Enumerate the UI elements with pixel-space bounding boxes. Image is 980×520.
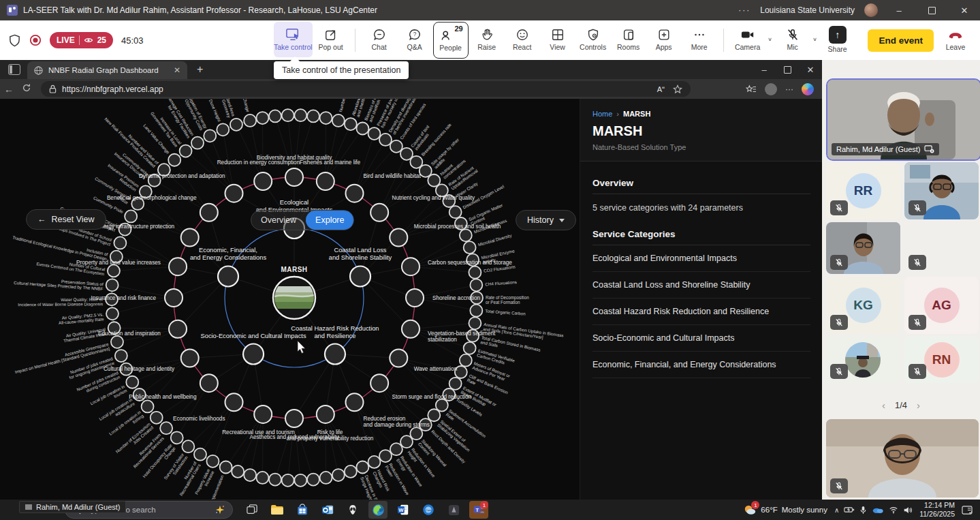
restore-button[interactable]	[920, 0, 943, 20]
back-icon[interactable]: ←	[0, 84, 18, 95]
close-button[interactable]: ✕	[953, 0, 976, 20]
history-button[interactable]: History	[516, 210, 576, 230]
participant-tile[interactable]	[904, 222, 979, 274]
taskbar-app-edge[interactable]	[368, 501, 388, 519]
avatar: RN	[924, 342, 960, 378]
mic-button[interactable]: Mic	[776, 22, 810, 57]
breadcrumb-home[interactable]: Home	[592, 110, 612, 118]
profile-avatar-icon[interactable]	[765, 83, 777, 95]
participant-tile-ag[interactable]: AG	[904, 277, 979, 334]
speaker-video-tile[interactable]: Rahim, Md Adilur (Guest)	[826, 78, 980, 161]
taskbar-app-cam-app[interactable]: Cam	[419, 501, 438, 519]
taskbar-app-alienware[interactable]	[343, 501, 362, 519]
view-button[interactable]: View	[541, 22, 575, 57]
qa-button[interactable]: ? Q&A	[398, 22, 432, 57]
new-tab-button[interactable]: +	[197, 63, 203, 76]
rooms-button[interactable]: Rooms	[612, 22, 646, 57]
speaker-icon[interactable]	[903, 506, 913, 515]
overview-heading: Overview	[592, 171, 810, 194]
taskbar-app-word[interactable]: W	[394, 501, 413, 519]
tray-mic-icon[interactable]	[859, 506, 867, 515]
vertical-tabs-icon[interactable]	[8, 64, 20, 75]
read-aloud-icon[interactable]: Aʺ	[657, 85, 665, 93]
pop-out-button[interactable]: Pop out	[314, 22, 348, 57]
browser-more-icon[interactable]: ···	[785, 85, 793, 94]
browser-tab[interactable]: NNBF Radial Graph Dashboard ✕	[27, 61, 187, 79]
reset-view-button[interactable]: ← Reset View	[26, 209, 106, 230]
mic-chevron[interactable]: ∨	[810, 22, 821, 57]
share-button[interactable]: ↑ Share	[821, 22, 855, 57]
service-categories-heading: Service Categories	[592, 222, 810, 245]
taskbar-app-outlook[interactable]	[318, 501, 337, 519]
service-category-row[interactable]: Economic, Financial, and Energy Consider…	[592, 352, 810, 378]
camera-button[interactable]: Camera	[731, 22, 765, 57]
pager-next-icon[interactable]: ›	[917, 399, 920, 411]
svg-text:Total Organic Carbon: Total Organic Carbon	[485, 309, 526, 317]
participant-tile-rr[interactable]: RR	[826, 162, 900, 219]
chat-button[interactable]: Chat	[362, 22, 396, 57]
chevron-down-icon	[559, 219, 565, 222]
panel-subtitle: Nature-Based Solution Type	[592, 143, 810, 151]
svg-text:Shoreline accretion: Shoreline accretion	[432, 295, 481, 301]
participant-tile[interactable]	[826, 337, 900, 383]
taskbar-weather[interactable]: 1 66°F Mostly sunny	[743, 503, 827, 517]
service-category-row[interactable]: Coastal Hazard Risk Reduction and Resili…	[592, 299, 810, 325]
browser-close-button[interactable]: ✕	[799, 60, 822, 79]
apps-button[interactable]: Apps	[647, 22, 681, 57]
pager-prev-icon[interactable]: ‹	[882, 399, 885, 411]
end-event-button[interactable]: End event	[868, 29, 934, 52]
participant-tile[interactable]	[904, 162, 979, 219]
wifi-icon[interactable]	[889, 506, 898, 514]
service-category-row[interactable]: Coastal Land Loss and Shoreline Stabilit…	[592, 272, 810, 299]
copilot-icon[interactable]	[802, 83, 814, 95]
mic-muted-badge	[908, 315, 926, 330]
favorite-star-icon[interactable]	[673, 85, 682, 94]
viewers-eye-icon	[84, 35, 93, 45]
controls-button[interactable]: Controls	[576, 22, 610, 57]
participant-video-tile[interactable]	[826, 419, 979, 498]
participant-tile-rn[interactable]: RN	[904, 337, 979, 383]
participant-tile-kg[interactable]: KG	[826, 277, 900, 334]
people-button[interactable]: 29 People	[433, 22, 469, 59]
browser-minimize-button[interactable]: –	[753, 60, 776, 79]
leave-button[interactable]: Leave	[941, 29, 970, 51]
participant-tile[interactable]	[826, 222, 900, 274]
raise-button[interactable]: Raise	[470, 22, 504, 57]
mic-muted-badge	[908, 255, 926, 270]
service-category-row[interactable]: Ecological and Environmental Impacts	[592, 245, 810, 272]
tab-close-icon[interactable]: ✕	[174, 65, 180, 75]
radial-graph[interactable]: Number of fish speciesAbundance of fisha…	[0, 99, 580, 500]
taskbar-app-store[interactable]	[293, 501, 312, 519]
rooms-label: Rooms	[617, 43, 639, 51]
taskbar-app-teams[interactable]: T1	[469, 501, 488, 519]
search-highlights-icon[interactable]	[215, 504, 225, 515]
share-label: Share	[828, 45, 847, 53]
svg-text:Public health and wellbeing: Public health and wellbeing	[129, 394, 197, 400]
take-control-button[interactable]: Take control	[274, 22, 313, 57]
camera-chevron[interactable]: ∨	[765, 22, 776, 57]
taskbar-app-file-explorer[interactable]	[268, 501, 287, 519]
favorites-bar-icon[interactable]	[746, 85, 757, 94]
onedrive-icon[interactable]	[872, 506, 884, 514]
taskbar-clock[interactable]: 12:14 PM 11/26/2025	[919, 501, 955, 519]
more-button[interactable]: More	[682, 22, 716, 57]
user-avatar[interactable]	[864, 3, 878, 17]
notification-center-icon[interactable]	[962, 505, 973, 515]
overview-tab[interactable]: Overview	[251, 211, 306, 230]
tray-chevron-icon[interactable]: ∧	[834, 506, 839, 514]
minimize-button[interactable]: –	[887, 0, 911, 20]
taskbar-app-dark-app[interactable]	[444, 501, 463, 519]
explore-tab[interactable]: Explore	[306, 211, 353, 230]
refresh-icon[interactable]	[18, 83, 35, 95]
mic-muted-badge	[830, 364, 848, 379]
service-category-row[interactable]: Socio-Economic and Cultural Impacts	[592, 325, 810, 352]
url-field[interactable]: https://nnbfgraph.vercel.app Aʺ	[41, 81, 691, 97]
teams-notification-badge: 1	[480, 501, 488, 509]
dashboard-page: Number of fish speciesAbundance of fisha…	[0, 99, 822, 500]
titlebar-more-icon[interactable]: ···	[738, 5, 750, 15]
leave-label: Leave	[946, 43, 966, 51]
react-button[interactable]: React	[505, 22, 539, 57]
browser-restore-button[interactable]	[776, 60, 799, 79]
battery-icon[interactable]	[844, 506, 855, 514]
taskbar-app-task-view[interactable]	[242, 501, 262, 519]
